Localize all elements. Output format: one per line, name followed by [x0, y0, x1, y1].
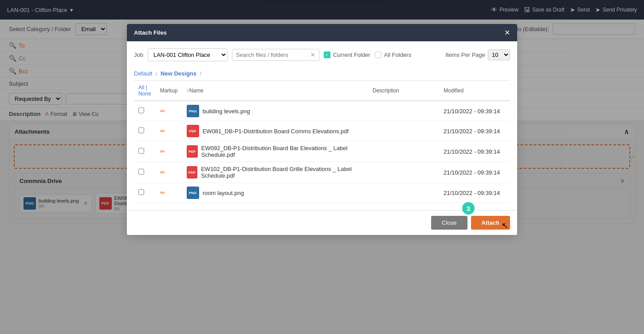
row-edit-icon[interactable]: ✏ [160, 148, 165, 155]
row-checkbox[interactable] [138, 107, 144, 113]
search-clear-icon[interactable]: ✕ [310, 52, 315, 58]
modified-header: Modified [439, 81, 510, 101]
items-per-page-select[interactable]: 10 25 50 [488, 49, 510, 60]
file-name-cell: PDF EW102_DB-P1-Distribution Board Grill… [187, 166, 364, 179]
file-type-icon: PDF [187, 125, 199, 137]
file-modified: 21/10/2022 - 09:39:14 [439, 183, 510, 203]
name-header[interactable]: ↑Name [182, 81, 368, 101]
file-name-cell: PDF EW092_DB-P1-Distribution Board Bar E… [187, 145, 364, 158]
markup-header: Markup [156, 81, 182, 101]
breadcrumb-new-designs[interactable]: New Designs [161, 70, 196, 77]
file-modified: 21/10/2022 - 09:39:14 [439, 141, 510, 162]
file-modified: 21/10/2022 - 09:39:14 [439, 101, 510, 121]
file-description [368, 121, 439, 141]
current-folder-label: Current Folder [333, 52, 370, 58]
row-edit-icon[interactable]: ✏ [160, 189, 165, 196]
file-browser-modal: Attach Files ✕ Job LAN-001 Clifton Place… [127, 24, 517, 235]
file-description [368, 183, 439, 203]
row-edit-icon[interactable]: ✏ [160, 127, 165, 135]
row-edit-icon[interactable]: ✏ [160, 169, 165, 176]
all-folders-checkbox[interactable] [375, 52, 381, 58]
job-select[interactable]: LAN-001 Clifton Place [148, 48, 228, 61]
breadcrumb: Default / New Designs / [134, 67, 510, 81]
file-table: All | None Markup ↑Name Description Modi… [134, 81, 510, 203]
file-description [368, 141, 439, 162]
file-browser-toolbar: Job LAN-001 Clifton Place ✕ ✓ Current Fo… [134, 48, 510, 61]
table-row: ✏ PNG building levels.png 21/10/2022 - 0… [134, 101, 510, 121]
job-label: Job [134, 52, 143, 58]
close-button[interactable]: Close [431, 216, 467, 230]
table-row: ✏ PDF EW081_DB-P1-Distribution Board Com… [134, 121, 510, 141]
all-folders-checkbox-group: All Folders [375, 52, 411, 58]
current-folder-checkbox[interactable]: ✓ [324, 52, 330, 58]
items-per-page-group: Items Per Page 10 25 50 [445, 49, 510, 60]
file-name-cell: PDF EW081_DB-P1-Distribution Board Comms… [187, 125, 364, 137]
table-row: ✏ PDF EW102_DB-P1-Distribution Board Gri… [134, 162, 510, 183]
select-all-none[interactable]: All | None [138, 84, 151, 97]
modal-body: Job LAN-001 Clifton Place ✕ ✓ Current Fo… [127, 41, 517, 210]
search-input[interactable] [236, 52, 310, 58]
modal-close-button[interactable]: ✕ [504, 28, 510, 37]
search-box: ✕ [232, 49, 319, 61]
table-row: ✏ PDF EW092_DB-P1-Distribution Board Bar… [134, 141, 510, 162]
file-description [368, 162, 439, 183]
description-header: Description [368, 81, 439, 101]
file-name-cell: PNG room layout.png [187, 187, 364, 199]
table-row: ✏ PNG room layout.png 21/10/2022 - 09:39… [134, 183, 510, 203]
file-type-icon: PDF [187, 166, 198, 179]
file-type-icon: PNG [187, 105, 199, 117]
modal-overlay: 2 Files are attached successfully ✕ Atta… [0, 0, 644, 334]
row-edit-icon[interactable]: ✏ [160, 107, 165, 115]
file-modified: 21/10/2022 - 09:39:14 [439, 162, 510, 183]
modal-header: Attach Files ✕ [127, 24, 517, 41]
step-badge-3: 3 [462, 202, 475, 215]
file-modified: 21/10/2022 - 09:39:14 [439, 121, 510, 141]
modal-title: Attach Files [134, 29, 167, 36]
all-folders-label: All Folders [384, 52, 411, 58]
file-type-icon: PDF [187, 145, 198, 158]
row-checkbox[interactable] [138, 127, 144, 133]
breadcrumb-default[interactable]: Default [134, 70, 152, 77]
file-name-cell: PNG building levels.png [187, 105, 364, 117]
row-checkbox[interactable] [138, 148, 144, 154]
file-type-icon: PNG [187, 187, 199, 199]
modal-footer: 3 Close Attach ↖ [127, 210, 517, 235]
row-checkbox[interactable] [138, 189, 144, 195]
row-checkbox[interactable] [138, 169, 144, 175]
items-per-page-label: Items Per Page [445, 52, 485, 58]
attach-button[interactable]: Attach [471, 216, 510, 230]
file-description [368, 101, 439, 121]
current-folder-checkbox-group: ✓ Current Folder [324, 52, 370, 58]
